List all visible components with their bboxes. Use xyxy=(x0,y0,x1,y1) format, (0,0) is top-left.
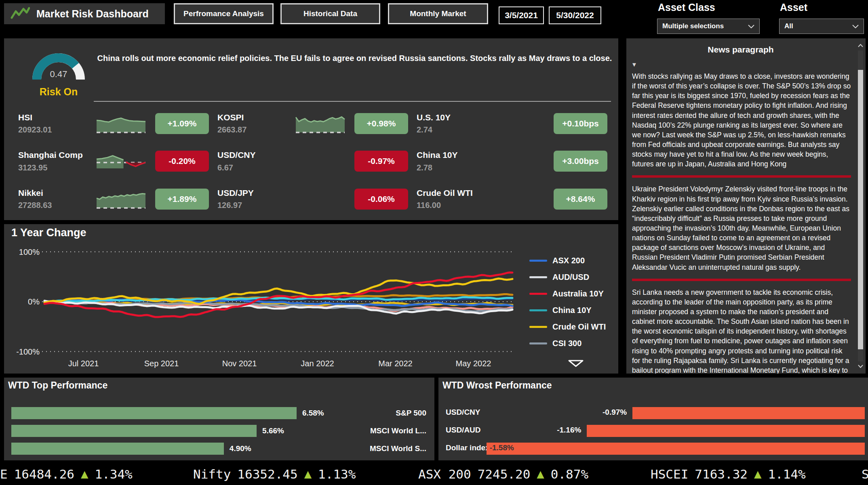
tile-info: KOSPI2663.87 xyxy=(217,113,286,134)
tile-info: Shanghai Comp3123.95 xyxy=(18,150,87,172)
bar-value-label: -1.58% xyxy=(487,443,514,452)
sparkline-chart xyxy=(96,111,146,134)
date-from-field[interactable]: 3/5/2021 xyxy=(499,6,544,24)
chevron-down-icon xyxy=(748,25,754,28)
nav-performance-analysis-button[interactable]: Perfromance Analysis xyxy=(174,3,274,24)
news-paragraph: Sri Lanka needs a new government to tack… xyxy=(632,288,851,374)
market-tile-u-s-10y: U.S. 10Y2.74+0.10bps xyxy=(417,106,611,141)
legend-item-csi-300[interactable]: CSI 300 xyxy=(529,335,606,352)
news-paragraph: Ukraine President Volodymyr Zelenskiy vi… xyxy=(632,184,851,272)
tile-info: Nikkei27288.63 xyxy=(18,188,87,210)
worst-performance-row: USD/CNY-0.97% xyxy=(442,404,865,422)
worst-performance-bar xyxy=(487,443,865,455)
sparkline-chart xyxy=(96,187,146,210)
risk-gauge: 0.47 Risk On xyxy=(24,44,93,98)
sparkline-chart xyxy=(96,149,146,172)
nav-historical-data-button[interactable]: Historical Data xyxy=(280,3,380,24)
tile-info: HSI20923.01 xyxy=(18,113,87,134)
legend-label: CSI 300 xyxy=(552,339,581,348)
worst-performance-row: Dollar index-1.58% xyxy=(442,440,865,458)
legend-swatch xyxy=(529,309,547,311)
top-performance-row: 4.90%MSCI World S... xyxy=(11,440,427,458)
wtd-worst-performance-panel: WTD Wrost Performance USD/CNY-0.97%USD/A… xyxy=(438,378,868,460)
top-performance-bar xyxy=(11,425,257,437)
tile-sparkline xyxy=(295,111,346,136)
legend-label: ASX 200 xyxy=(552,256,585,265)
chevron-down-outline-icon xyxy=(568,360,584,367)
change-badge: +8.64% xyxy=(554,189,607,210)
legend-item-australia-10y[interactable]: Australia 10Y xyxy=(529,286,606,302)
tile-info: China 10Y2.78 xyxy=(417,150,485,172)
news-body: With stocks rallying as May draws to a c… xyxy=(632,71,851,374)
legend-label: Crude Oil WTI xyxy=(552,322,606,332)
tile-info: U.S. 10Y2.74 xyxy=(417,113,485,134)
change-badge: +3.00bps xyxy=(554,151,607,172)
wtd-top-performance-panel: WTD Top Performance 6.58%S&P 5005.66%MSC… xyxy=(4,378,434,460)
change-badge: +0.10bps xyxy=(554,113,607,134)
top-performance-bar xyxy=(11,443,224,455)
legend-expand-button[interactable] xyxy=(568,360,584,369)
change-badge: -0.06% xyxy=(354,189,408,210)
wtd-worst-rows: USD/CNY-0.97%USD/AUD-1.16%Dollar index-1… xyxy=(442,404,865,458)
tile-name: USD/JPY xyxy=(217,188,286,197)
news-scrollbar-thumb[interactable] xyxy=(858,70,863,349)
asset-class-label: Asset Class xyxy=(658,2,715,13)
svg-text:0%: 0% xyxy=(28,297,40,306)
worst-performance-row: USD/AUD-1.16% xyxy=(442,422,865,440)
bar-category-label: USD/AUD xyxy=(446,426,481,435)
nav-monthly-market-button[interactable]: Monthly Market xyxy=(388,3,488,24)
legend-swatch xyxy=(529,260,547,262)
legend-item-aud-usd[interactable]: AUD/USD xyxy=(529,269,606,286)
market-tile-nikkei: Nikkei27288.63+1.89% xyxy=(18,181,213,217)
up-triangle-icon: ▲ xyxy=(754,468,761,480)
market-tile-china-10y: China 10Y2.78+3.00bps xyxy=(417,144,611,179)
asset-dropdown[interactable]: All xyxy=(779,19,864,34)
market-tile-crude-oil-wti: Crude Oil WTI116.00+8.64% xyxy=(417,181,611,217)
bar-value-label: 5.66% xyxy=(262,426,284,435)
tile-name: China 10Y xyxy=(417,150,485,160)
ticker-symbol: S xyxy=(862,467,868,481)
one-year-change-panel: 100%0%-100%Jul 2021Sep 2021Nov 2021Jan 2… xyxy=(4,224,618,374)
scroll-down-icon[interactable] xyxy=(857,364,864,369)
tile-value: 27288.63 xyxy=(18,201,87,210)
bar-category-label: USD/CNY xyxy=(446,408,480,417)
news-divider xyxy=(632,279,851,281)
ticker-value: 7163.32 xyxy=(695,467,748,481)
ticker-symbol: HSCEI xyxy=(651,467,688,481)
top-performance-bar xyxy=(11,407,297,419)
news-filter-triangle-icon[interactable]: ▼ xyxy=(631,61,637,68)
tile-name: Shanghai Comp xyxy=(18,150,87,160)
legend-item-crude-oil-wti[interactable]: Crude Oil WTI xyxy=(529,319,606,335)
tile-name: USD/CNY xyxy=(217,150,286,160)
date-to-field[interactable]: 5/30/2022 xyxy=(549,6,601,24)
ticker-item-e: E16484.26▲1.34% xyxy=(0,467,133,481)
headline-divider xyxy=(94,101,611,102)
svg-text:May 2022: May 2022 xyxy=(456,359,491,368)
svg-text:Jan 2022: Jan 2022 xyxy=(301,359,334,368)
chevron-down-icon xyxy=(852,25,859,28)
svg-text:Nov 2021: Nov 2021 xyxy=(222,359,257,368)
legend-item-china-10y[interactable]: China 10Y xyxy=(529,302,606,319)
app-logo: Market Risk Dashboard xyxy=(4,3,165,24)
ticker-item-asx-200: ASX 2007245.20▲0.87% xyxy=(418,467,588,481)
svg-text:Jul 2021: Jul 2021 xyxy=(68,359,99,368)
market-tiles-grid: HSI20923.01+1.09%KOSPI2663.87+0.98%U.S. … xyxy=(18,106,611,217)
asset-class-dropdown[interactable]: Multiple selections xyxy=(657,19,760,34)
market-risk-dashboard: Market Risk Dashboard Perfromance Analys… xyxy=(0,0,868,485)
ticker-item-s: S xyxy=(862,467,868,481)
svg-text:100%: 100% xyxy=(19,248,40,256)
news-panel: News paragraph ▼ With stocks rallying as… xyxy=(626,38,866,374)
chart-legend: ASX 200AUD/USDAustralia 10YChina 10YCrud… xyxy=(529,252,606,352)
legend-item-asx-200[interactable]: ASX 200 xyxy=(529,252,606,269)
bar-category-label: Dollar index xyxy=(446,443,490,452)
risk-gauge-arc: 0.47 xyxy=(24,44,93,84)
tile-value: 126.97 xyxy=(217,201,286,210)
news-panel-title: News paragraph xyxy=(626,45,855,55)
legend-swatch xyxy=(529,276,547,278)
scroll-up-icon[interactable] xyxy=(857,43,864,48)
change-badge: +1.89% xyxy=(155,189,209,210)
chart-title: 1 Year Change xyxy=(11,227,86,239)
ticker-value: 16484.26 xyxy=(14,467,74,481)
legend-label: AUD/USD xyxy=(552,273,589,282)
ticker-symbol: E xyxy=(0,467,8,481)
